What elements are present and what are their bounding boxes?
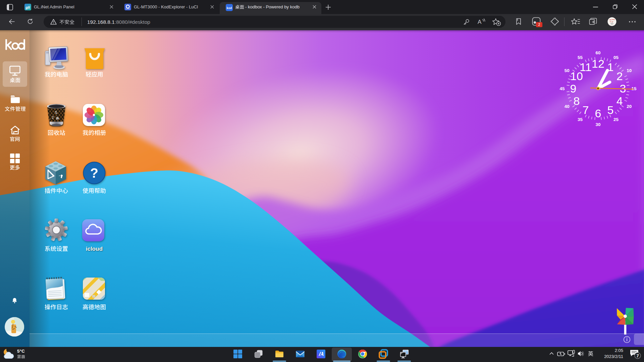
svg-text:55: 55: [578, 55, 583, 60]
svg-text:20: 20: [627, 104, 632, 109]
svg-text:8: 8: [573, 95, 580, 107]
svg-text:05: 05: [613, 55, 619, 60]
svg-text:7: 7: [636, 353, 639, 358]
svg-text:10: 10: [627, 68, 632, 73]
svg-text:9: 9: [570, 82, 577, 95]
svg-text:25: 25: [613, 117, 619, 122]
svg-text:OpenWrt: OpenWrt: [125, 8, 130, 10]
svg-text:60: 60: [595, 50, 600, 55]
svg-text:7: 7: [583, 104, 589, 116]
svg-text:A: A: [478, 19, 482, 25]
svg-text:50: 50: [565, 68, 570, 73]
svg-text:30: 30: [595, 122, 600, 127]
svg-text:?: ?: [90, 166, 98, 180]
svg-text:4: 4: [616, 95, 623, 107]
svg-text:15: 15: [631, 86, 637, 91]
svg-text:2: 2: [616, 70, 623, 82]
svg-text:12: 12: [592, 57, 604, 70]
svg-text:gli: gli: [25, 5, 31, 9]
svg-text:11: 11: [580, 61, 591, 73]
svg-text:5: 5: [607, 104, 614, 116]
svg-text:45: 45: [559, 86, 565, 91]
svg-text:35: 35: [578, 117, 583, 122]
svg-text:40: 40: [565, 104, 570, 109]
svg-text:kod: kod: [227, 6, 232, 10]
svg-text:6: 6: [595, 107, 601, 120]
